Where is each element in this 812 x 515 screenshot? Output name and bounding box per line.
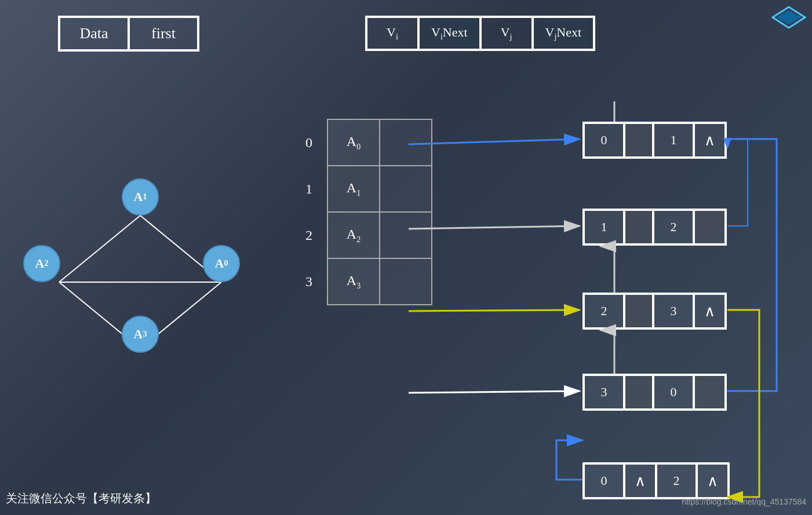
adj-index-3: 3 xyxy=(296,258,327,305)
logo-icon xyxy=(771,6,806,29)
blue-path-bottom-enter-e4 xyxy=(556,440,582,480)
edge-node-3: 3 0 xyxy=(582,374,727,411)
edge3-vi: 3 xyxy=(584,375,624,410)
edge0-vjnext: ∧ xyxy=(694,123,726,158)
vi-header: Vi xyxy=(366,17,418,50)
adj-index-2: 2 xyxy=(296,212,327,258)
edge2-vinext-divider xyxy=(624,294,653,328)
graph-diagram: A1 A2 A0 A3 xyxy=(23,162,226,348)
yellow-path xyxy=(727,310,759,497)
node-a0: A0 xyxy=(203,245,240,282)
adj-data-1: A1 xyxy=(327,166,380,212)
edge-header-table: Vi ViNext Vj VjNext xyxy=(365,16,595,51)
first-label: first xyxy=(151,25,176,42)
adj-row-2: 2 A2 xyxy=(296,212,432,258)
adj-data-0: A0 xyxy=(327,119,380,166)
edge4-vj: 2 xyxy=(656,463,697,498)
node-a3: A3 xyxy=(122,316,159,353)
adj-first-1 xyxy=(380,166,432,212)
first-column-header: first xyxy=(129,17,198,50)
node-a1: A1 xyxy=(122,178,159,216)
edge0-vinext-divider xyxy=(624,123,653,158)
arrow-a1-e1 xyxy=(409,226,580,229)
edge2-vi: 2 xyxy=(584,294,624,328)
adj-first-2 xyxy=(380,212,432,258)
edge1-vi: 1 xyxy=(584,210,624,244)
edge1-vjnext xyxy=(694,210,726,244)
vj-header: Vj xyxy=(480,17,533,50)
adj-row-3: 3 A3 xyxy=(296,258,432,305)
arrow-a0-e0 xyxy=(409,139,580,144)
adj-data-2: A2 xyxy=(327,212,380,258)
logo xyxy=(771,6,806,29)
edge3-vjnext xyxy=(694,375,726,410)
data-column-header: Data xyxy=(59,17,129,50)
edge2-vjnext: ∧ xyxy=(694,294,726,328)
blue-e1-vjnext-to-e0 xyxy=(727,139,748,226)
blue-path-top xyxy=(727,139,777,391)
edge3-vj: 0 xyxy=(653,375,694,410)
edge3-vinext-divider xyxy=(624,375,653,410)
edge1-vinext-divider xyxy=(624,210,653,244)
arrow-a2-e2 xyxy=(409,310,580,311)
vinext-header: ViNext xyxy=(418,17,480,50)
adj-row-1: 1 A1 xyxy=(296,166,432,212)
adj-first-0 xyxy=(380,119,432,166)
edge-node-2: 2 3 ∧ xyxy=(582,293,727,330)
adj-index-0: 0 xyxy=(296,119,327,166)
node-a2: A2 xyxy=(23,245,60,282)
vjnext-header: VjNext xyxy=(533,17,595,50)
adj-first-3 xyxy=(380,258,432,305)
edge-node-1: 1 2 xyxy=(582,209,727,246)
adj-data-3: A3 xyxy=(327,258,380,305)
adj-index-1: 1 xyxy=(296,166,327,212)
edge4-vinext: ∧ xyxy=(624,463,656,498)
adj-row-0: 0 A0 xyxy=(296,119,432,166)
arrow-a3-e3 xyxy=(409,391,580,393)
edge-node-0: 0 1 ∧ xyxy=(582,122,727,159)
svg-line-3 xyxy=(59,216,140,282)
edge-node-4: 0 ∧ 2 ∧ xyxy=(582,462,730,499)
edge4-vjnext: ∧ xyxy=(697,463,729,498)
edge0-vj: 1 xyxy=(653,123,694,158)
edge0-vi: 0 xyxy=(584,123,624,158)
url-text: https://blog.csdn.net/qq_45137584 xyxy=(682,497,806,506)
watermark-text: 关注微信公众号【考研发条】 xyxy=(6,491,156,506)
edge1-vj: 2 xyxy=(653,210,694,244)
vertex-header-table: Data first xyxy=(58,16,199,52)
data-label: Data xyxy=(79,25,108,42)
edge4-vi: 0 xyxy=(584,463,624,498)
adjacency-list-table: 0 A0 1 A1 2 A2 3 A3 xyxy=(296,119,432,305)
edge2-vj: 3 xyxy=(653,294,694,328)
